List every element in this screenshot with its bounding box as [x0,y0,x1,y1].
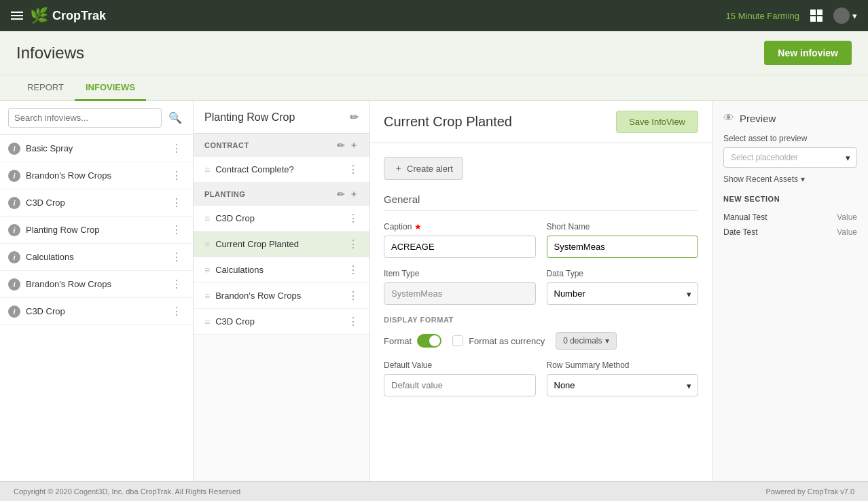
item-type-input [384,282,536,305]
list-item[interactable]: i C3D Crop ⋮ [0,298,193,325]
list-item[interactable]: i Brandon's Row Crops ⋮ [0,271,193,298]
hamburger-icon[interactable] [11,12,23,20]
default-value-input[interactable] [384,374,536,396]
required-indicator: ★ [414,222,422,231]
item-dots-button[interactable]: ⋮ [348,263,359,276]
currency-checkbox[interactable] [452,335,463,346]
middle-item[interactable]: ≡ C3D Crop ⋮ [194,206,369,231]
alert-button-label: Create alert [407,164,453,174]
general-section-label: General [384,193,698,211]
caption-group: Caption ★ [384,222,536,258]
toggle-knob [429,335,440,346]
item-name: C3D Crop [215,316,342,327]
search-input[interactable] [8,108,162,128]
dots-menu-button[interactable]: ⋮ [168,278,185,291]
data-type-group: Data Type Number ▾ [547,269,699,305]
preview-item: Date Test Value [723,225,857,240]
detail-title: Current Crop Planted [384,114,512,130]
format-toggle[interactable] [417,334,441,348]
info-icon: i [8,305,20,318]
infoview-name: Planting Row Crop [26,225,163,235]
item-dots-button[interactable]: ⋮ [348,238,359,250]
search-button[interactable]: 🔍 [166,110,185,126]
row-summary-select[interactable]: None [547,374,699,396]
item-name: Current Crop Planted [215,239,342,249]
panel-header: Planting Row Crop ✏ [194,101,369,134]
detail-header: Current Crop Planted Save InfoView [370,101,712,143]
preview-item-label: Date Test [723,227,757,237]
infoview-list: i Basic Spray ⋮ i Brandon's Row Crops ⋮ … [0,135,193,481]
short-name-label: Short Name [547,222,699,231]
planting-edit-button[interactable]: ✏ [337,188,345,200]
row-summary-group: Row Summary Method None ▾ [547,360,699,396]
preview-title: 👁 Preview [723,112,857,124]
middle-item[interactable]: ≡ C3D Crop ⋮ [194,309,369,335]
contract-add-button[interactable]: ＋ [349,139,359,151]
item-dots-button[interactable]: ⋮ [348,163,359,176]
item-dots-button[interactable]: ⋮ [348,289,359,302]
middle-item[interactable]: ≡ Calculations ⋮ [194,257,369,283]
panel-edit-button[interactable]: ✏ [350,111,359,124]
preview-item-value: Value [837,212,857,222]
decimals-button[interactable]: 0 decimals ▾ [556,332,616,350]
default-value-group: Default Value [384,360,536,396]
tab-report[interactable]: REPORT [16,75,75,101]
default-row: Default Value Row Summary Method None ▾ [384,360,698,396]
planting-add-button[interactable]: ＋ [349,188,359,200]
logo-area: 🌿 CropTrak [30,7,106,24]
item-name: Contract Complete? [215,164,342,174]
type-row: Item Type Data Type Number ▾ [384,269,698,305]
chevron-down-icon: ▾ [852,11,857,21]
preview-asset-select[interactable]: Select placeholder [723,147,857,168]
item-name: C3D Crop [215,213,342,223]
preview-title-text: Preview [740,113,776,124]
footer: Copyright © 2020 Cogent3D, Inc. dba Crop… [0,481,868,501]
middle-item-selected[interactable]: ≡ Current Crop Planted ⋮ [194,231,369,257]
detail-panel: Current Crop Planted Save InfoView ＋ Cre… [370,101,712,481]
eye-icon: 👁 [723,112,734,124]
caption-row: Caption ★ Short Name [384,222,698,258]
dots-menu-button[interactable]: ⋮ [168,305,185,318]
data-type-select[interactable]: Number [547,282,699,305]
create-alert-button[interactable]: ＋ Create alert [384,157,463,180]
page-title: Infoviews [16,43,84,62]
list-item[interactable]: i C3D Crop ⋮ [0,189,193,217]
caption-input[interactable] [384,236,536,258]
contract-section-header: CONTRACT ✏ ＋ [194,134,369,157]
dots-menu-button[interactable]: ⋮ [168,250,185,263]
dots-menu-button[interactable]: ⋮ [168,196,185,209]
user-avatar [833,7,850,24]
middle-item[interactable]: ≡ Contract Complete? ⋮ [194,157,369,183]
dots-menu-button[interactable]: ⋮ [168,142,185,155]
data-type-select-wrapper: Number ▾ [547,282,699,305]
item-dots-button[interactable]: ⋮ [348,315,359,328]
tabs-bar: REPORT INFOVIEWS [0,75,868,101]
dots-menu-button[interactable]: ⋮ [168,169,185,182]
list-item[interactable]: i Brandon's Row Crops ⋮ [0,162,193,189]
item-dots-button[interactable]: ⋮ [348,212,359,225]
new-infoview-button[interactable]: New infoview [764,41,852,65]
list-item[interactable]: i Planting Row Crop ⋮ [0,217,193,244]
info-icon: i [8,224,20,236]
list-item[interactable]: i Basic Spray ⋮ [0,135,193,162]
nav-left: 🌿 CropTrak [11,7,106,24]
preview-subtitle: Select asset to preview [723,134,857,143]
show-recent-label: Show Recent Assets [723,174,798,184]
chevron-down-icon: ▾ [605,336,609,346]
middle-item[interactable]: ≡ Brandon's Row Crops ⋮ [194,283,369,309]
contract-edit-button[interactable]: ✏ [337,139,345,151]
save-infoview-button[interactable]: Save InfoView [616,111,698,133]
grid-icon[interactable] [810,10,822,22]
short-name-input[interactable] [547,236,699,258]
preview-panel: 👁 Preview Select asset to preview Select… [712,101,868,481]
tab-infoviews[interactable]: INFOVIEWS [75,75,146,101]
decimals-label: 0 decimals [563,336,602,346]
detail-body: ＋ Create alert General Caption ★ Short N… [370,143,712,421]
list-item[interactable]: i Calculations ⋮ [0,244,193,271]
user-menu[interactable]: ▾ [833,7,857,24]
drag-handle-icon: ≡ [204,213,210,224]
show-recent-assets[interactable]: Show Recent Assets ▾ [723,174,857,184]
page-header: Infoviews New infoview [0,31,868,75]
infoview-name: Brandon's Row Crops [26,279,163,289]
dots-menu-button[interactable]: ⋮ [168,223,185,236]
